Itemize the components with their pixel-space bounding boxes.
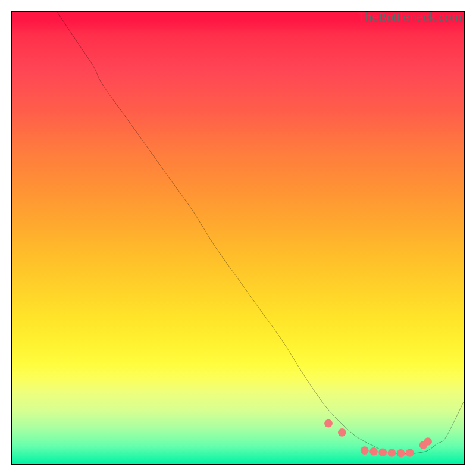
marker-dot [361, 446, 369, 455]
marker-dot [369, 447, 378, 456]
highlight-dots [324, 419, 432, 458]
marker-dot [397, 449, 405, 458]
marker-dot [419, 441, 428, 449]
plot-area: TheBottleneck.com [11, 11, 465, 465]
chart-frame: TheBottleneck.com [0, 0, 476, 476]
marker-dot [406, 449, 414, 457]
bottleneck-curve [57, 12, 464, 454]
marker-dot [388, 449, 396, 457]
marker-dot [338, 428, 346, 437]
watermark-text: TheBottleneck.com [358, 11, 462, 24]
curve-layer [12, 12, 464, 464]
marker-dot [378, 448, 387, 456]
marker-dot [424, 437, 432, 446]
marker-dot [324, 419, 333, 428]
